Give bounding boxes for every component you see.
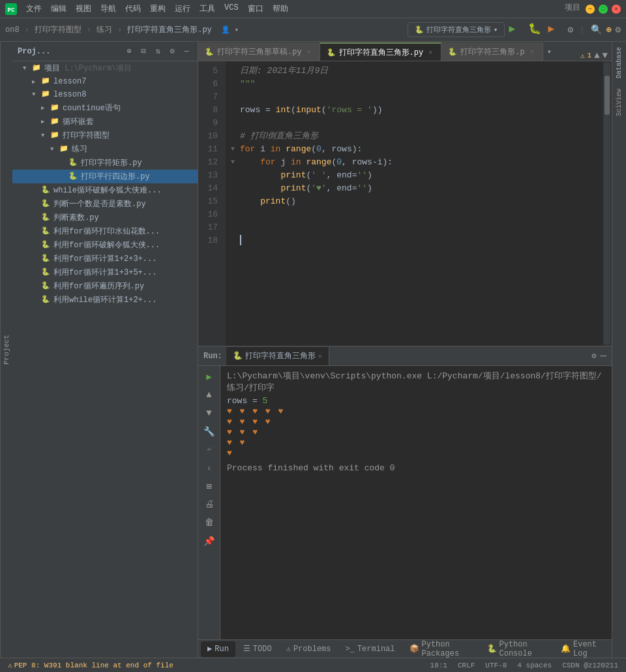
tab-triangle-close[interactable]: ✕ (528, 48, 536, 55)
scrollbar-thumb[interactable] (604, 76, 610, 115)
bottom-tab-problems[interactable]: ⚠ Problems (280, 641, 338, 657)
warning-icon: ⚠ (8, 661, 12, 669)
run-wrench-button[interactable]: 🔧 (201, 423, 217, 439)
tree-item-for3[interactable]: 🐍 利用for循环计算1+2+3+... (12, 252, 198, 266)
editor-content: 5 6 7 8 9 10 11 12 13 14 15 16 17 18 日期:… (198, 61, 612, 346)
right-icon-sciview[interactable]: SciView (614, 86, 624, 119)
tab-draft[interactable]: 🐍 打印字符三角形草稿.py ✕ (198, 42, 320, 61)
panel-minimize-button[interactable]: — (181, 46, 192, 57)
panel-settings-button[interactable]: ⚙ (166, 46, 178, 57)
tree-item-printchars[interactable]: ▼ 📁 打印字符图型 (12, 129, 198, 142)
tab-more-button[interactable]: ▾ (543, 42, 556, 61)
scroll-down-button[interactable]: ▼ (603, 50, 608, 61)
tab-active[interactable]: 🐍 打印字符直角三角形.py ✕ (320, 42, 442, 61)
collapse-all-button[interactable]: ⊟ (138, 46, 149, 57)
code-editor[interactable]: 日期: 2021年11月9日 """ rows = int ( (226, 61, 603, 346)
run-scroll-up-button[interactable]: ▲ (201, 387, 217, 403)
menu-navigate[interactable]: 导航 (97, 2, 120, 16)
tab-active-close[interactable]: ✕ (426, 48, 434, 56)
menu-window[interactable]: 窗口 (244, 2, 267, 16)
run-config-dropdown[interactable]: 🐍 打印字符直角三角形 ▾ (408, 22, 505, 37)
maximize-button[interactable]: □ (599, 5, 608, 14)
tree-item-for2[interactable]: 🐍 利用for循环破解令狐大侠... (12, 238, 198, 252)
add-item-button[interactable]: ⊕ (123, 46, 135, 57)
tree-item-loop[interactable]: ▶ 📁 循环嵌套 (12, 115, 198, 129)
breadcrumb-printchars[interactable]: 打印字符图型 (35, 24, 82, 35)
close-button[interactable]: ✕ (612, 5, 621, 14)
menu-code[interactable]: 代码 (121, 2, 145, 16)
code-line-18[interactable] (231, 234, 603, 247)
tree-item-judge2[interactable]: 🐍 判断素数.py (12, 211, 198, 224)
run-start-button[interactable]: ▶ (201, 369, 217, 384)
tree-item-judge1[interactable]: 🐍 判断一个数是否是素数.py (12, 197, 198, 211)
breadcrumb-on8[interactable]: on8 (5, 25, 20, 35)
minimize-button[interactable]: ─ (586, 5, 595, 14)
tree-item-parallelogram[interactable]: 🐍 打印平行四边形.py (12, 170, 198, 183)
status-position[interactable]: 18:1 (428, 662, 450, 669)
menu-run[interactable]: 运行 (171, 2, 194, 16)
search-button[interactable]: 🔍 (591, 24, 602, 35)
status-line-ending[interactable]: CRLF (455, 662, 477, 669)
run-soft-wrap-button[interactable]: ⏎ (201, 442, 217, 457)
tree-item-rect[interactable]: 🐍 打印字符矩形.py (12, 156, 198, 170)
breadcrumb-file[interactable]: 打印字符直角三角形.py (127, 24, 212, 35)
user-icon[interactable]: 👤 ▾ (221, 25, 239, 34)
menu-tools[interactable]: 工具 (196, 2, 219, 16)
run-layout-button[interactable]: ⊞ (201, 478, 217, 494)
status-encoding[interactable]: UTF-8 (483, 662, 509, 669)
menu-file[interactable]: 文件 (22, 2, 46, 16)
scroll-up-button[interactable]: ▲ (594, 50, 599, 61)
settings-button[interactable]: ⚙ (616, 24, 621, 35)
bottom-tab-packages[interactable]: 📦 Python Packages (403, 641, 479, 657)
bottom-tab-event-log[interactable]: 🔔 Event Log (554, 641, 609, 657)
tab-triangle[interactable]: 🐍 打印字符三角形.p ✕ (441, 42, 543, 61)
profile-button[interactable]: ⚙ (567, 24, 573, 35)
tree-item-for5[interactable]: 🐍 利用for循环遍历序列.py (12, 279, 198, 293)
tree-root[interactable]: ▼ 📁 项目 L:\Pycharm\项目 (12, 61, 198, 75)
bottom-tab-python-console[interactable]: 🐍 Python Console (481, 641, 554, 657)
tree-item-countinue[interactable]: ▶ 📁 countinue语句 (12, 101, 198, 115)
run-panel-minimize[interactable]: — (600, 350, 606, 362)
run-scroll-end-button[interactable]: ⇓ (201, 460, 217, 476)
menu-help[interactable]: 帮助 (269, 2, 292, 16)
run-panel-settings[interactable]: ⚙ (591, 351, 596, 361)
project-sidebar-label[interactable]: Project (0, 42, 12, 658)
bottom-tab-run[interactable]: ▶ Run (201, 641, 235, 657)
tree-item-while2[interactable]: 🐍 利用while循环计算1+2+... (12, 293, 198, 307)
tree-item-for1[interactable]: 🐍 利用for循环打印水仙花数... (12, 224, 198, 238)
sort-button[interactable]: ⇅ (152, 46, 164, 57)
menu-refactor[interactable]: 重构 (146, 2, 170, 16)
code-line-17 (231, 221, 603, 234)
run-tab-close-button[interactable]: ✕ (318, 352, 322, 360)
tree-item-practice[interactable]: ▼ 📁 练习 (12, 142, 198, 156)
add-bookmark-button[interactable]: ⊕ (606, 24, 611, 35)
menu-edit[interactable]: 编辑 (47, 2, 70, 16)
tree-item-while1[interactable]: 🐍 while循环破解令狐大侠难... (12, 183, 198, 197)
tree-item-lesson8[interactable]: ▼ 📁 lesson8 (12, 88, 198, 101)
tab-draft-close[interactable]: ✕ (305, 48, 313, 55)
debug-button[interactable]: 🐛 (528, 22, 544, 38)
code-line-11: ▼ for i in range ( 0 , rows): (231, 142, 603, 155)
run-hearts-1: ♥ (227, 448, 605, 458)
bottom-tab-todo[interactable]: ☰ TODO (237, 641, 278, 657)
app-icon: PC (5, 3, 17, 15)
menu-vcs[interactable]: VCS (220, 2, 243, 16)
breadcrumb-practice[interactable]: 练习 (97, 24, 112, 35)
run-button[interactable]: ▶ (509, 22, 524, 38)
status-warning[interactable]: ⚠ PEP 8: W391 blank line at end of file (5, 661, 176, 669)
run-print-button[interactable]: 🖨 (201, 496, 217, 512)
scrollbar-track[interactable] (604, 63, 610, 344)
run-pin-button[interactable]: 📌 (201, 533, 217, 549)
menu-view[interactable]: 视图 (72, 2, 95, 16)
run-command-line: L:\Pycharm\项目\venv\Scripts\python.exe L:… (227, 370, 605, 393)
tree-item-for4[interactable]: 🐍 利用for循环计算1+3+5+... (12, 266, 198, 279)
coverage-button[interactable]: ▶ (548, 22, 563, 38)
run-clear-button[interactable]: 🗑 (201, 515, 217, 530)
run-tab[interactable]: 🐍 打印字符直角三角形 ✕ (226, 347, 329, 365)
right-icon-database[interactable]: Database (614, 44, 624, 81)
status-indent[interactable]: 4 spaces (514, 662, 554, 669)
bottom-tab-terminal[interactable]: >_ Terminal (339, 641, 402, 657)
run-scroll-down-button[interactable]: ▼ (201, 405, 217, 421)
tree-item-lesson7[interactable]: ▶ 📁 lesson7 (12, 75, 198, 88)
editor-scrollbar[interactable] (603, 61, 612, 346)
